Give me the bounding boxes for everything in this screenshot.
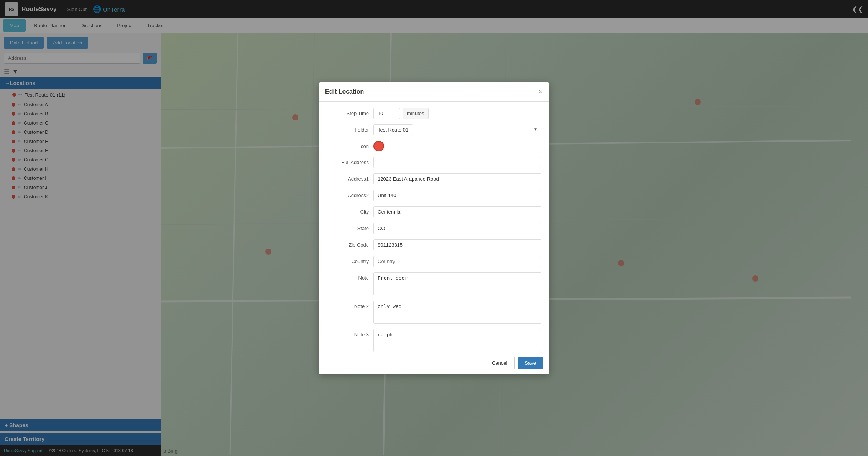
stop-time-unit: minutes <box>403 108 429 119</box>
country-input[interactable] <box>373 256 541 267</box>
edit-location-modal: Edit Location × Stop Time minutes Folder… <box>319 82 549 374</box>
note3-row: Note 3 ralph <box>327 329 541 352</box>
note-textarea[interactable]: Front door <box>373 272 541 295</box>
note3-textarea[interactable]: ralph <box>373 329 541 352</box>
stop-time-label: Stop Time <box>327 108 369 116</box>
country-label: Country <box>327 256 369 264</box>
zip-row: Zip Code <box>327 239 541 250</box>
address1-label: Address1 <box>327 173 369 182</box>
note-label: Note <box>327 272 369 281</box>
address1-input[interactable] <box>373 173 541 184</box>
note2-row: Note 2 only wed <box>327 301 541 324</box>
stop-time-row: Stop Time minutes <box>327 108 541 119</box>
full-address-label: Full Address <box>327 157 369 165</box>
stop-time-inputs: minutes <box>373 108 429 119</box>
state-label: State <box>327 223 369 231</box>
icon-color-button[interactable] <box>373 141 384 151</box>
folder-wrapper: Test Route 01 <box>373 124 541 135</box>
save-button[interactable]: Save <box>518 357 543 369</box>
full-address-row: Full Address <box>327 157 541 168</box>
address1-row: Address1 <box>327 173 541 184</box>
icon-color-circle <box>376 143 382 149</box>
state-input[interactable] <box>373 223 541 234</box>
full-address-input[interactable] <box>373 157 541 168</box>
note-row: Note Front door <box>327 272 541 295</box>
cancel-button[interactable]: Cancel <box>485 357 515 369</box>
note3-label: Note 3 <box>327 329 369 337</box>
country-row: Country <box>327 256 541 267</box>
stop-time-input[interactable] <box>373 108 400 119</box>
modal-footer: Cancel Save <box>319 352 549 374</box>
modal-title: Edit Location <box>325 88 364 95</box>
folder-label: Folder <box>327 124 369 133</box>
address2-label: Address2 <box>327 190 369 198</box>
city-label: City <box>327 206 369 215</box>
city-input[interactable] <box>373 206 541 217</box>
note2-label: Note 2 <box>327 301 369 309</box>
address2-input[interactable] <box>373 190 541 201</box>
folder-row: Folder Test Route 01 <box>327 124 541 135</box>
folder-select[interactable]: Test Route 01 <box>373 124 413 135</box>
icon-label: Icon <box>327 141 369 149</box>
modal-header: Edit Location × <box>319 82 549 102</box>
icon-row: Icon <box>327 141 541 151</box>
modal-overlay: Edit Location × Stop Time minutes Folder… <box>0 0 868 456</box>
city-row: City <box>327 206 541 217</box>
zip-label: Zip Code <box>327 239 369 248</box>
modal-close-button[interactable]: × <box>539 88 543 96</box>
modal-body: Stop Time minutes Folder Test Route 01 I… <box>319 102 549 352</box>
address2-row: Address2 <box>327 190 541 201</box>
zip-input[interactable] <box>373 239 541 250</box>
note2-textarea[interactable]: only wed <box>373 301 541 324</box>
state-row: State <box>327 223 541 234</box>
